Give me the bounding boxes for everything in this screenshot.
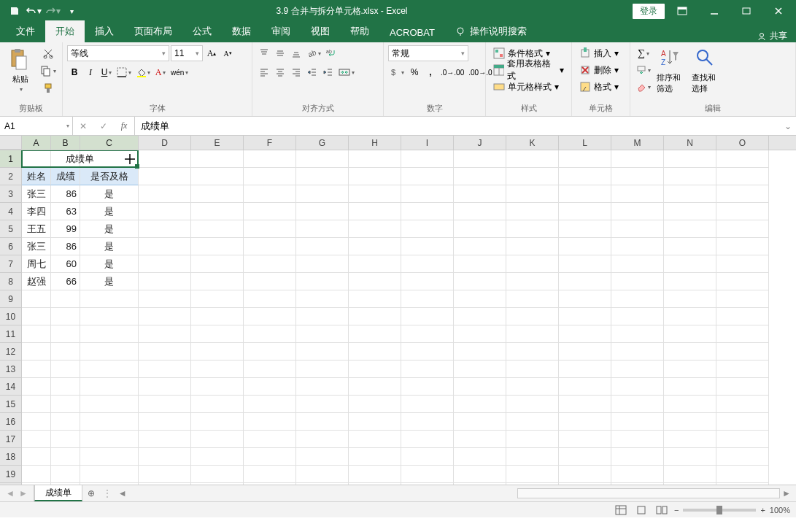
row-header-11[interactable]: 11 <box>0 325 21 343</box>
row-header-20[interactable]: 20 <box>0 483 21 485</box>
zoom-in-button[interactable]: + <box>760 506 765 514</box>
col-header-K[interactable]: K <box>506 136 559 150</box>
page-break-view-button[interactable] <box>654 504 670 517</box>
tab-help[interactable]: 帮助 <box>340 20 379 42</box>
cell-B4[interactable]: 63 <box>51 203 80 220</box>
increase-font-button[interactable]: A▴ <box>204 45 219 61</box>
tab-data[interactable]: 数据 <box>222 20 261 42</box>
number-format-select[interactable]: 常规▾ <box>388 45 468 61</box>
login-button[interactable]: 登录 <box>633 4 665 19</box>
increase-indent-button[interactable] <box>321 64 336 80</box>
tab-formulas[interactable]: 公式 <box>182 20 222 42</box>
close-icon[interactable] <box>764 1 793 21</box>
row-header-7[interactable]: 7 <box>0 255 21 273</box>
wrap-text-button[interactable]: ab <box>324 45 339 61</box>
tab-insert[interactable]: 插入 <box>85 20 124 42</box>
zoom-value[interactable]: 100% <box>770 506 790 514</box>
add-sheet-button[interactable]: ⊕ <box>82 485 100 501</box>
ribbon-display-icon[interactable] <box>668 1 697 21</box>
row-header-9[interactable]: 9 <box>0 290 21 308</box>
sheet-nav-prev[interactable]: ◄ <box>6 488 15 498</box>
row-header-18[interactable]: 18 <box>0 448 21 466</box>
col-header-I[interactable]: I <box>401 136 454 150</box>
cell-A8[interactable]: 赵强 <box>22 273 51 290</box>
underline-button[interactable]: U▾ <box>99 64 114 80</box>
delete-cells-button[interactable]: 删除▾ <box>576 62 622 78</box>
cell-A3[interactable]: 张三 <box>22 185 51 203</box>
qat-customize-icon[interactable]: ▾ <box>63 2 80 20</box>
clear-button[interactable]: ▾ <box>635 79 652 95</box>
merge-center-button[interactable]: ▾ <box>337 64 356 80</box>
minimize-icon[interactable] <box>700 1 729 21</box>
col-header-G[interactable]: G <box>296 136 349 150</box>
normal-view-button[interactable] <box>613 504 629 517</box>
decrease-indent-button[interactable] <box>305 64 320 80</box>
tab-home[interactable]: 开始 <box>45 20 85 42</box>
cell-C7[interactable]: 是 <box>80 255 139 273</box>
cell-A4[interactable]: 李四 <box>22 203 51 220</box>
tab-view[interactable]: 视图 <box>301 20 340 42</box>
col-header-D[interactable]: D <box>139 136 191 150</box>
border-button[interactable]: ▾ <box>115 64 133 80</box>
select-all-corner[interactable] <box>0 136 22 150</box>
confirm-edit-button[interactable]: ✓ <box>93 121 114 131</box>
row-header-19[interactable]: 19 <box>0 466 21 483</box>
cancel-edit-button[interactable]: ✕ <box>73 121 93 131</box>
cell-C5[interactable]: 是 <box>80 220 139 238</box>
align-bottom-button[interactable] <box>289 45 304 61</box>
insert-cells-button[interactable]: 插入▾ <box>576 45 622 61</box>
expand-formula-bar[interactable]: ⌄ <box>780 117 796 135</box>
cell-A7[interactable]: 周七 <box>22 255 51 273</box>
phonetic-button[interactable]: wén▾ <box>169 64 190 80</box>
col-header-L[interactable]: L <box>559 136 611 150</box>
cells-canvas[interactable]: 成绩单姓名成绩是否及格张三86是李四63是王五99是张三86是周七60是赵强66… <box>22 150 796 485</box>
italic-button[interactable]: I <box>83 64 98 80</box>
insert-function-button[interactable]: fx <box>114 120 134 131</box>
cell-A1[interactable]: 成绩单 <box>22 150 139 168</box>
cell-C6[interactable]: 是 <box>80 238 139 255</box>
currency-button[interactable]: $▾ <box>388 64 406 80</box>
cell-B6[interactable]: 86 <box>51 238 80 255</box>
row-header-10[interactable]: 10 <box>0 308 21 325</box>
align-top-button[interactable] <box>257 45 271 61</box>
tell-me[interactable]: 操作说明搜索 <box>445 20 537 42</box>
row-header-13[interactable]: 13 <box>0 361 21 378</box>
page-layout-view-button[interactable] <box>633 504 649 517</box>
hscroll-right[interactable]: ► <box>780 488 793 498</box>
find-select-button[interactable]: 查找和选择 <box>690 45 722 96</box>
cell-C8[interactable]: 是 <box>80 273 139 290</box>
row-header-12[interactable]: 12 <box>0 343 21 361</box>
cell-B3[interactable]: 86 <box>51 185 80 203</box>
paste-button[interactable]: 粘贴 ▾ <box>4 45 36 96</box>
row-header-4[interactable]: 4 <box>0 203 21 220</box>
comma-button[interactable]: , <box>423 64 438 80</box>
col-header-M[interactable]: M <box>611 136 664 150</box>
bold-button[interactable]: B <box>67 64 82 80</box>
row-header-16[interactable]: 16 <box>0 413 21 431</box>
cell-A2[interactable]: 姓名 <box>22 168 51 185</box>
col-header-C[interactable]: C <box>80 136 139 150</box>
font-name-select[interactable]: 等线▾ <box>67 45 169 61</box>
sort-filter-button[interactable]: AZ 排序和筛选 <box>655 45 687 96</box>
align-center-button[interactable] <box>273 64 287 80</box>
cell-A5[interactable]: 王五 <box>22 220 51 238</box>
cell-C3[interactable]: 是 <box>80 185 139 203</box>
table-format-button[interactable]: 套用表格格式▾ <box>490 62 567 78</box>
row-header-6[interactable]: 6 <box>0 238 21 255</box>
tab-file[interactable]: 文件 <box>6 20 45 42</box>
tab-layout[interactable]: 页面布局 <box>124 20 182 42</box>
row-header-8[interactable]: 8 <box>0 273 21 290</box>
row-header-15[interactable]: 15 <box>0 396 21 413</box>
tab-acrobat[interactable]: ACROBAT <box>379 23 445 42</box>
hscroll-track[interactable] <box>517 488 780 498</box>
cell-B2[interactable]: 成绩 <box>51 168 80 185</box>
tab-review[interactable]: 审阅 <box>261 20 301 42</box>
cell-B5[interactable]: 99 <box>51 220 80 238</box>
row-header-3[interactable]: 3 <box>0 185 21 203</box>
col-header-N[interactable]: N <box>664 136 716 150</box>
increase-decimal-button[interactable]: .0→.00 <box>439 64 465 80</box>
cell-C4[interactable]: 是 <box>80 203 139 220</box>
col-header-H[interactable]: H <box>349 136 401 150</box>
align-right-button[interactable] <box>289 64 304 80</box>
name-box[interactable]: A1▾ <box>0 117 73 135</box>
